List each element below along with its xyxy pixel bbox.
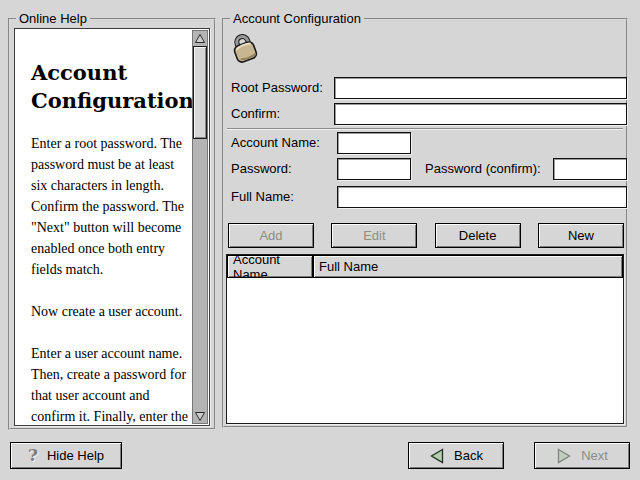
user-password-input[interactable] — [337, 158, 411, 180]
root-password-input[interactable] — [334, 77, 627, 99]
scrollbar-thumb[interactable] — [193, 46, 207, 139]
padlock-icon — [228, 31, 262, 65]
user-password-confirm-input[interactable] — [553, 158, 627, 180]
help-scrollbar[interactable] — [192, 30, 208, 424]
back-label: Back — [454, 448, 483, 463]
help-paragraph: Now create a user account. — [31, 301, 188, 322]
full-name-input[interactable] — [337, 186, 627, 208]
full-name-label: Full Name: — [231, 186, 294, 208]
help-text-viewport: Account Configuration Enter a root passw… — [14, 28, 210, 426]
hide-help-button[interactable]: ? Hide Help — [10, 442, 122, 469]
column-header-account-name[interactable]: Account Name — [227, 255, 313, 278]
root-password-confirm-input[interactable] — [334, 103, 627, 125]
help-text: Account Configuration Enter a root passw… — [15, 29, 192, 425]
next-button[interactable]: Next — [534, 442, 630, 469]
next-label: Next — [581, 448, 608, 463]
account-action-buttons: Add Edit Delete New — [228, 223, 624, 248]
separator — [227, 128, 623, 130]
delete-button[interactable]: Delete — [435, 223, 521, 248]
online-help-panel: Online Help Account Configuration Enter … — [8, 18, 216, 430]
account-name-input[interactable] — [337, 132, 411, 154]
hide-help-label: Hide Help — [47, 448, 104, 463]
confirm-label: Confirm: — [231, 103, 280, 125]
column-header-full-name[interactable]: Full Name — [313, 255, 623, 278]
accounts-table-body[interactable] — [227, 278, 623, 423]
root-password-label: Root Password: — [231, 77, 323, 99]
password-confirm-label: Password (confirm): — [425, 158, 541, 180]
new-button[interactable]: New — [538, 223, 624, 248]
scrollbar-down-arrow-icon[interactable] — [193, 409, 207, 423]
help-paragraph: Enter a root password. The password must… — [31, 133, 188, 280]
next-arrow-icon — [556, 448, 572, 464]
help-paragraph: Enter a user account name. Then, create … — [31, 343, 188, 425]
account-configuration-frame-label: Account Configuration — [230, 11, 364, 26]
back-button[interactable]: Back — [408, 442, 504, 469]
edit-button[interactable]: Edit — [331, 223, 417, 248]
back-arrow-icon — [429, 448, 445, 464]
question-mark-icon: ? — [28, 447, 38, 464]
accounts-table-header: Account Name Full Name — [227, 255, 623, 278]
password-label: Password: — [231, 158, 292, 180]
account-name-label: Account Name: — [231, 132, 320, 154]
help-heading: Account Configuration — [31, 59, 188, 115]
account-configuration-panel: Account Configuration Root Password: Con… — [222, 18, 628, 428]
scrollbar-up-arrow-icon[interactable] — [193, 31, 207, 45]
add-button[interactable]: Add — [228, 223, 314, 248]
accounts-table: Account Name Full Name — [226, 254, 624, 424]
online-help-frame-label: Online Help — [16, 11, 90, 26]
